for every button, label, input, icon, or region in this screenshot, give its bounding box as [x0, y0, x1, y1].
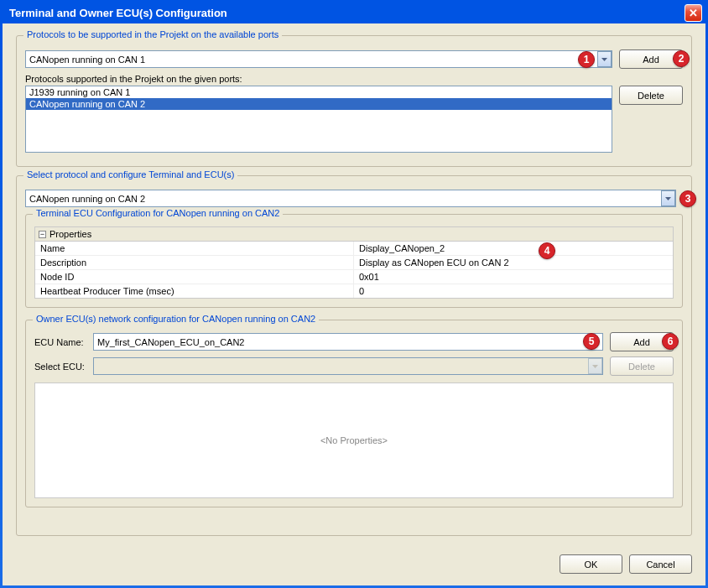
- property-row[interactable]: DescriptionDisplay as CANopen ECU on CAN…: [35, 256, 673, 270]
- dialog-buttons: OK Cancel: [560, 554, 692, 574]
- protocols-groupbox: Protocols to be supported in the Projekt…: [16, 35, 692, 167]
- delete-ecu-button: Delete: [610, 356, 674, 376]
- ecu-name-input[interactable]: [93, 333, 603, 351]
- properties-header-text: Properties: [49, 229, 91, 239]
- svg-marker-0: [601, 58, 607, 61]
- config-groupbox: Select protocol and configure Terminal a…: [16, 175, 692, 536]
- svg-marker-1: [665, 197, 671, 200]
- property-value[interactable]: 0x01: [354, 270, 673, 284]
- ecu-name-label: ECU Name:: [34, 337, 86, 347]
- protocol-port-combo-text: CANopen running on CAN 1: [26, 55, 597, 65]
- protocol-port-combo[interactable]: CANopen running on CAN 1 1: [25, 50, 612, 68]
- list-item[interactable]: CANopen running on CAN 2: [26, 98, 612, 110]
- window-title: Terminal and Owner ECU(s) Configuration: [6, 7, 685, 19]
- chevron-down-icon[interactable]: [661, 190, 675, 206]
- badge-6: 6: [662, 333, 679, 350]
- collapse-icon[interactable]: −: [39, 231, 46, 238]
- property-row[interactable]: NameDisplay_CANopen_2: [35, 242, 673, 256]
- no-properties-panel: <No Properties>: [34, 382, 674, 498]
- cancel-button[interactable]: Cancel: [629, 554, 692, 574]
- close-icon: ✕: [689, 7, 698, 19]
- badge-1: 1: [578, 51, 595, 68]
- property-key: Heartbeat Producer Time (msec): [35, 284, 354, 298]
- property-key: Description: [35, 256, 354, 269]
- delete-protocol-button[interactable]: Delete: [619, 86, 683, 105]
- dialog-window: Terminal and Owner ECU(s) Configuration …: [0, 0, 708, 588]
- property-row[interactable]: Node ID0x01: [35, 270, 673, 284]
- owner-ecu-group-label: Owner ECU(s) network configuration for C…: [33, 314, 319, 324]
- select-protocol-combo[interactable]: CANopen running on CAN 2: [25, 190, 676, 207]
- badge-4: 4: [539, 242, 555, 259]
- client-area: Protocols to be supported in the Projekt…: [3, 23, 705, 585]
- property-value[interactable]: Display as CANopen ECU on CAN 2: [354, 256, 673, 269]
- property-row[interactable]: Heartbeat Producer Time (msec)0: [35, 284, 673, 298]
- property-value[interactable]: Display_CANopen_2: [354, 242, 673, 255]
- properties-grid: − Properties NameDisplay_CANopen_2Descri…: [34, 226, 674, 299]
- no-properties-text: <No Properties>: [320, 435, 388, 445]
- ok-button[interactable]: OK: [560, 554, 622, 574]
- terminal-ecu-groupbox: Terminal ECU Configuration for CANopen r…: [25, 214, 683, 308]
- owner-ecu-groupbox: Owner ECU(s) network configuration for C…: [25, 320, 683, 507]
- supported-protocols-label: Protocols supported in the Projekt on th…: [25, 74, 683, 84]
- titlebar: Terminal and Owner ECU(s) Configuration …: [3, 3, 705, 23]
- svg-marker-2: [592, 365, 598, 368]
- property-key: Name: [35, 242, 354, 255]
- badge-5: 5: [583, 333, 600, 350]
- badge-3: 3: [679, 190, 696, 207]
- properties-header: − Properties: [35, 227, 673, 242]
- terminal-ecu-group-label: Terminal ECU Configuration for CANopen r…: [33, 208, 283, 218]
- protocols-group-label: Protocols to be supported in the Projekt…: [23, 29, 282, 39]
- list-item[interactable]: J1939 running on CAN 1: [26, 86, 612, 98]
- close-button[interactable]: ✕: [685, 4, 702, 22]
- badge-2: 2: [673, 50, 690, 67]
- config-group-label: Select protocol and configure Terminal a…: [23, 169, 237, 180]
- chevron-down-icon[interactable]: [597, 51, 612, 67]
- property-key: Node ID: [35, 270, 354, 284]
- chevron-down-icon: [588, 358, 602, 374]
- select-protocol-combo-text: CANopen running on CAN 2: [26, 194, 661, 204]
- property-value[interactable]: 0: [354, 284, 673, 298]
- select-ecu-combo: [93, 357, 603, 375]
- select-ecu-label: Select ECU:: [34, 362, 86, 372]
- supported-protocols-list[interactable]: J1939 running on CAN 1CANopen running on…: [25, 86, 612, 153]
